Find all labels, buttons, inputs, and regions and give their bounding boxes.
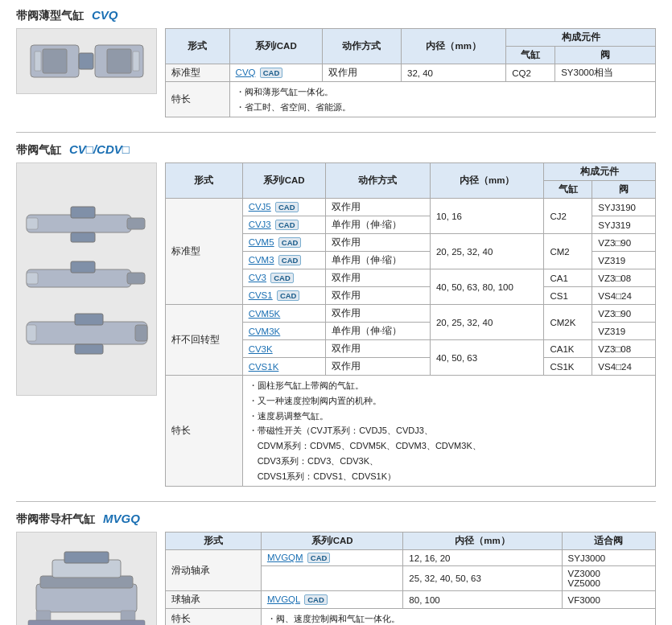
th-action: 动作方式 (322, 29, 401, 64)
series-link-cv3k[interactable]: CV3K (249, 344, 273, 354)
table-row: 球轴承 MVGQL CAD 80, 100 VF3000 (166, 591, 656, 609)
cad-badge-cvj5: CAD (275, 202, 299, 212)
svg-rect-10 (71, 207, 95, 218)
th-series-cad-mvgq: 系列/CAD (261, 532, 402, 550)
td-cyl-cvm5k: CM2K (544, 305, 592, 340)
series-link-cvq[interactable]: CVQ (236, 68, 256, 77)
section-cvcdv: 带阀气缸 CV□/CDV□ (16, 142, 656, 487)
svg-rect-13 (127, 273, 145, 284)
th-bore: 内径（mm） (402, 29, 506, 64)
td-cyl-cvs1: CS1 (544, 287, 592, 305)
td-valve-mvgqm: SYJ3000 (562, 550, 655, 566)
td-cyl-cvj: CJ2 (544, 199, 592, 234)
th-bore-2: 内径（mm） (430, 163, 543, 199)
td-valve-cvs1k: VS4□24 (592, 358, 656, 376)
td-action-cv3k: 双作用 (325, 340, 430, 358)
td-action: 双作用 (322, 64, 401, 82)
table-cvcdv: 形式 系列/CAD 动作方式 内径（mm） 构成元件 气缸 阀 标准型 CVJ5 (165, 162, 656, 487)
svg-rect-19 (75, 314, 103, 325)
th-series-cad: 系列/CAD (229, 29, 322, 64)
td-notes-label: 特长 (166, 82, 230, 117)
td-series-cvm3k: CVM3K (242, 323, 325, 340)
section-title-cvcdv: 带阀气缸 CV□/CDV□ (16, 142, 656, 158)
td-action-cvs1k: 双作用 (325, 358, 430, 376)
cad-badge-cvs1: CAD (277, 290, 300, 301)
series-link-cv3[interactable]: CV3 (249, 273, 266, 282)
series-link-cvm3[interactable]: CVM3 (249, 255, 274, 265)
th-cylinder: 气缸 (506, 47, 555, 64)
td-action-cvj5: 双作用 (325, 199, 430, 216)
cad-badge-cv3: CAD (270, 273, 294, 283)
td-valve-cvm5k: VZ3□90 (592, 305, 656, 323)
td-series-cv3k: CV3K (242, 340, 325, 358)
td-notes-content: ・阀和薄形气缸一体化。 ・省工时、省空间、省能源。 (229, 82, 655, 117)
series-link-cvm5k[interactable]: CVM5K (249, 309, 281, 319)
svg-rect-27 (28, 620, 145, 625)
td-bore-cvj: 10, 16 (430, 199, 543, 234)
table-row-notes-cvcdv: 特长 ・圆柱形气缸上带阀的气缸。 ・又一种速度控制阀内置的机种。 ・速度易调整气… (166, 376, 656, 487)
series-link-cvm3k[interactable]: CVM3K (249, 327, 281, 336)
td-notes-content-cvcdv: ・圆柱形气缸上带阀的气缸。 ・又一种速度控制阀内置的机种。 ・速度易调整气缸。 … (242, 376, 655, 487)
cad-badge-cvm3: CAD (278, 255, 302, 265)
series-link-mvgqm[interactable]: MVGQM (267, 553, 303, 562)
table-row: 滑动轴承 MVGQM CAD 12, 16, 20 SYJ3000 (166, 550, 656, 566)
td-bore-mvgql: 80, 100 (403, 591, 562, 609)
td-notes-content-mvgq: ・阀、速度控制阀和气缸一体化。 (261, 609, 655, 625)
td-series-cvj3: CVJ3 CAD (242, 216, 325, 234)
series-link-cvs1k[interactable]: CVS1K (249, 362, 279, 372)
td-notes-label-mvgq: 特长 (166, 609, 262, 625)
svg-rect-17 (135, 325, 147, 341)
th-type: 形式 (166, 29, 230, 64)
th-valve: 阀 (555, 47, 656, 64)
td-standard-type: 标准型 (166, 199, 243, 305)
th-series-cad-2: 系列/CAD (242, 163, 325, 199)
td-valve-cvs1: VS4□24 (592, 287, 656, 305)
section-title-mvgq: 带阀带导杆气缸 MVGQ (16, 512, 656, 527)
svg-rect-9 (27, 218, 38, 229)
td-cyl-cv3k: CA1K (544, 340, 592, 358)
td-bore-cv3k: 40, 50, 63 (430, 340, 543, 376)
product-image-cvq (16, 28, 157, 94)
svg-rect-2 (35, 51, 41, 71)
series-link-cvs1[interactable]: CVS1 (249, 290, 273, 300)
table-row: 杆不回转型 CVM5K 双作用 20, 25, 32, 40 CM2K VZ3□… (166, 305, 656, 323)
model-name-cvcdv: CV□/CDV□ (69, 142, 130, 156)
section-content-cvcdv: 形式 系列/CAD 动作方式 内径（mm） 构成元件 气缸 阀 标准型 CVJ5 (16, 162, 656, 487)
series-link-cvj5[interactable]: CVJ5 (249, 202, 271, 212)
td-series-cvm5: CVM5 CAD (242, 234, 325, 252)
td-valve-cvm5: VZ3□90 (592, 234, 656, 252)
product-image-mvgq (16, 532, 157, 625)
th-type-2: 形式 (166, 163, 243, 199)
td-bore: 32, 40 (402, 64, 506, 82)
table-row: 标准型 CVJ5 CAD 双作用 10, 16 CJ2 SYJ3190 (166, 199, 656, 216)
product-image-cvcdv (16, 162, 157, 396)
cad-badge-cvj3: CAD (275, 220, 299, 230)
series-link-cvj3[interactable]: CVJ3 (249, 220, 271, 229)
td-valve-cv3k: VZ3□08 (592, 340, 656, 358)
cad-badge-cvm5: CAD (278, 237, 302, 248)
td-series-cvs1: CVS1 CAD (242, 287, 325, 305)
td-series: CVQ CAD (229, 64, 322, 82)
model-name-cvq: CVQ (92, 8, 118, 22)
td-series-cvs1k: CVS1K (242, 358, 325, 376)
table-row-notes-mvgq: 特长 ・阀、速度控制阀和气缸一体化。 (166, 609, 656, 625)
th-cylinder-2: 气缸 (544, 181, 592, 199)
svg-rect-24 (64, 552, 109, 563)
cad-badge-mvgql: CAD (304, 594, 328, 605)
svg-rect-11 (71, 232, 95, 242)
table-row-notes: 特长 ・阀和薄形气缸一体化。 ・省工时、省空间、省能源。 (166, 82, 656, 117)
td-type: 标准型 (166, 64, 230, 82)
model-name-mvgq: MVGQ (103, 512, 140, 525)
svg-rect-6 (79, 53, 93, 69)
td-action-cv3: 双作用 (325, 269, 430, 287)
table-mvgq: 形式 系列/CAD 内径（mm） 适合阀 滑动轴承 MVGQM CAD 12, … (165, 532, 656, 625)
series-link-cvm5[interactable]: CVM5 (249, 237, 274, 247)
td-series-mvgqm-2 (261, 566, 402, 591)
td-valve-cv3: VZ3□08 (592, 269, 656, 287)
divider-1 (16, 132, 656, 133)
section-label-cvq: 带阀薄型气缸 (16, 9, 84, 23)
td-action-cvm3k: 单作用（伸·缩） (325, 323, 430, 340)
td-valve-cvm3k: VZ319 (592, 323, 656, 340)
td-series-cvj5: CVJ5 CAD (242, 199, 325, 216)
series-link-mvgql[interactable]: MVGQL (267, 594, 300, 604)
